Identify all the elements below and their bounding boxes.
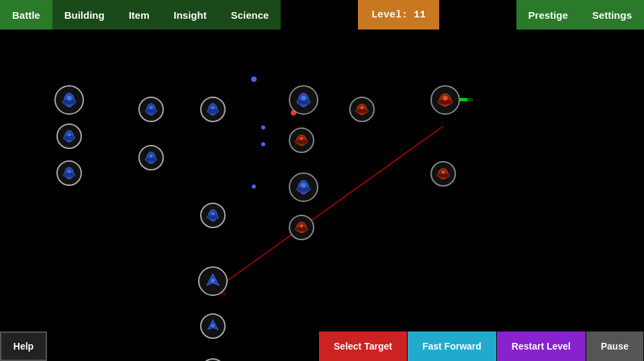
battle-area <box>0 30 644 361</box>
svg-point-27 <box>212 106 215 109</box>
unit-player-5[interactable] <box>138 145 164 170</box>
fast-forward-button[interactable]: Fast Forward <box>408 331 497 361</box>
tab-science[interactable]: Science <box>219 0 281 30</box>
help-button[interactable]: Help <box>0 331 47 361</box>
svg-point-48 <box>301 183 306 187</box>
restart-level-button[interactable]: Restart Level <box>497 331 586 361</box>
unit-enemy-2[interactable] <box>349 97 375 122</box>
prestige-button[interactable]: Prestige <box>516 0 580 30</box>
svg-point-3 <box>261 142 265 146</box>
unit-player-7[interactable] <box>200 203 226 228</box>
settings-button[interactable]: Settings <box>580 0 644 30</box>
svg-point-45 <box>300 137 304 140</box>
svg-point-21 <box>150 106 153 109</box>
svg-point-51 <box>300 224 304 227</box>
unit-player-2[interactable] <box>56 123 82 149</box>
svg-point-54 <box>443 95 447 100</box>
tab-battle[interactable]: Battle <box>0 0 52 30</box>
svg-point-32 <box>211 278 215 282</box>
tab-insight[interactable]: Insight <box>162 0 219 30</box>
unit-player-6[interactable] <box>200 97 226 122</box>
svg-point-15 <box>68 133 71 136</box>
svg-point-4 <box>252 185 256 189</box>
unit-enemy-4[interactable] <box>289 172 318 202</box>
unit-enemy-6[interactable] <box>430 85 460 115</box>
pause-button[interactable]: Pause <box>586 331 644 361</box>
svg-point-1 <box>251 76 257 82</box>
svg-point-42 <box>361 106 364 109</box>
unit-enemy-3[interactable] <box>289 127 314 153</box>
tab-building[interactable]: Building <box>52 0 117 30</box>
svg-point-34 <box>212 324 215 327</box>
svg-point-24 <box>150 154 153 158</box>
unit-player-1[interactable] <box>54 85 84 115</box>
svg-point-12 <box>66 95 71 100</box>
svg-point-2 <box>261 125 265 130</box>
unit-enemy-7[interactable] <box>430 161 456 187</box>
bottom-bar: Help Select Target Fast Forward Restart … <box>0 331 644 361</box>
select-target-button[interactable]: Select Target <box>319 331 408 361</box>
svg-point-30 <box>212 212 215 215</box>
svg-point-39 <box>301 95 306 100</box>
battle-canvas <box>0 30 644 361</box>
unit-player-4[interactable] <box>138 97 164 122</box>
svg-point-57 <box>442 170 445 174</box>
unit-enemy-1[interactable] <box>289 85 318 115</box>
tab-item[interactable]: Item <box>117 0 162 30</box>
unit-player-8[interactable] <box>198 266 228 296</box>
svg-point-18 <box>68 170 71 173</box>
level-display: Level: 11 <box>358 0 439 30</box>
unit-enemy-5[interactable] <box>289 215 314 240</box>
svg-line-0 <box>226 126 443 282</box>
unit-player-3[interactable] <box>56 160 82 186</box>
